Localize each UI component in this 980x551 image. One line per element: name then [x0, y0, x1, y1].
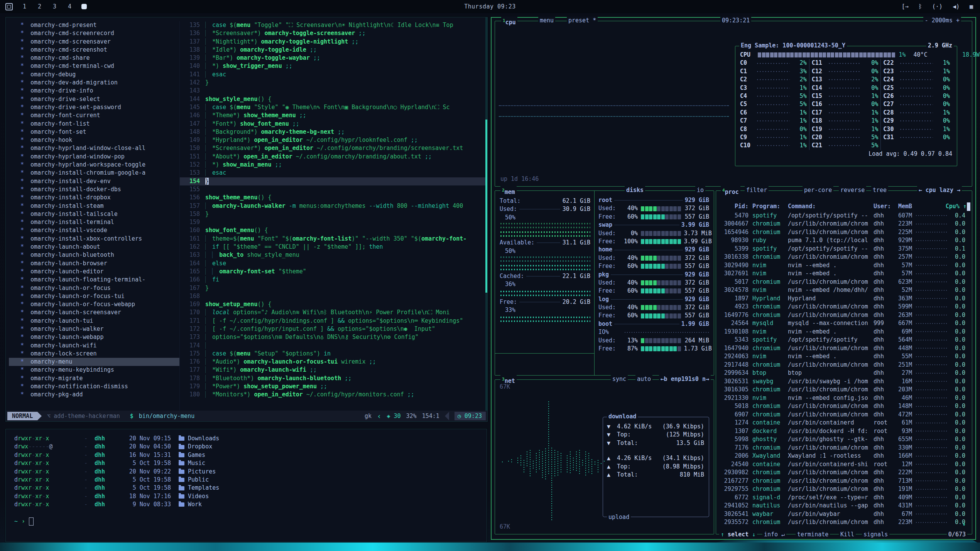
proc-row[interactable]: 2941052nautilus/usr/bin/nautilus --gapdh… — [720, 502, 966, 510]
tree-item[interactable]: *omarchy-install-xbox-controllers — [9, 235, 179, 243]
proc-row[interactable]: 3024578nvimnvim --embed /home/dhh/dhh52M… — [720, 286, 966, 295]
proc-row[interactable]: 1649776chromium/usr/lib/chromium/chromdh… — [720, 311, 966, 320]
proc-row[interactable]: 2935572chromium/usr/lib/chromium/chromdh… — [720, 518, 966, 527]
overview-icon[interactable] — [5, 3, 13, 10]
tree-item[interactable]: *omarchy-launch-editor — [9, 268, 179, 276]
proc-row[interactable]: 3026541waybar/usr/bin/waybardhh67M0.0 — [720, 510, 966, 519]
tree-item[interactable]: *omarchy-drive-select — [9, 95, 179, 103]
proc-scrollbar-thumb[interactable] — [967, 202, 970, 211]
proc-row[interactable]: 2167277chromium/usr/lib/chromium/chromdh… — [720, 477, 966, 485]
workspace-4[interactable]: 4 — [68, 3, 71, 10]
tree-item[interactable]: *omarchy-dev-add-migration — [9, 79, 179, 87]
proc-row[interactable]: 3004667chromium/usr/lib/chromium/chromdh… — [720, 220, 966, 228]
proc-row[interactable]: 2929755chromium/usr/lib/chromium/chromdh… — [720, 485, 966, 494]
tree-item[interactable]: *omarchy-notification-dismiss — [9, 382, 179, 391]
proc-row[interactable]: 98930rubypuma 7.1.0 (tcp://localdhh929M0… — [720, 236, 966, 245]
proc-row[interactable]: 2924063nvimnvim --embed .dhh55M0.0 — [720, 352, 966, 361]
tree-item[interactable]: *omarchy-cmd-present — [9, 21, 179, 29]
proc-row[interactable]: 24564mysqldmysqld --max-connection999667… — [720, 319, 966, 328]
tree-item[interactable]: *omarchy-cmd-screensaver — [9, 38, 179, 46]
tree-item[interactable]: *omarchy-install-dropbox — [9, 194, 179, 202]
proc-row[interactable]: 6772signal-d/proc/self/exe --type=rdhh40… — [720, 494, 966, 502]
proc-info-button[interactable]: info ↵ — [762, 531, 786, 539]
proc-row[interactable]: 3026531swaybg/usr/bin/swaybg -i /homdhh1… — [720, 377, 966, 386]
proc-sort-control[interactable]: ← cpu lazy → — [917, 186, 962, 194]
tree-item[interactable]: *omarchy-launch-floating-terminal- — [9, 276, 179, 284]
tree-item[interactable]: *omarchy-font-current — [9, 111, 179, 120]
tree-item[interactable]: *omarchy-launch-or-focus-tui — [9, 292, 179, 300]
proc-row[interactable]: 1897HyprlandHyprlanddhh363M0.0 — [720, 295, 966, 303]
cpu-preset-button[interactable]: preset * — [567, 17, 598, 25]
proc-row[interactable]: 1654946chromium/usr/lib/chromium/chromdh… — [720, 228, 966, 237]
tree-item[interactable]: *omarchy-menu — [9, 358, 179, 366]
cpu-tray-icon[interactable]: ▦ — [970, 3, 973, 10]
shell-prompt[interactable]: ~ › — [14, 517, 487, 526]
proc-row[interactable]: 4923chromium/usr/lib/chromium/chromdhh59… — [720, 303, 966, 311]
tree-item[interactable]: *omarchy-cmd-terminal-cwd — [9, 62, 179, 70]
tree-item[interactable]: *omarchy-launch-screensaver — [9, 308, 179, 317]
tree-item[interactable]: *omarchy-cmd-screenrecord — [9, 29, 179, 37]
cpu-menu-button[interactable]: menu — [538, 17, 555, 25]
proc-kill-button[interactable]: Kill — [839, 531, 856, 539]
proc-row[interactable]: 5998ghostty/usr/bin/ghostty --gtk-dhh655… — [720, 435, 966, 444]
tree-item[interactable]: *omarchy-drive-info — [9, 87, 179, 95]
tree-item[interactable]: *omarchy-install-steam — [9, 202, 179, 210]
tree-item[interactable]: *omarchy-launch-bluetooth — [9, 251, 179, 259]
proc-row[interactable]: 3027691nvimnvim --embed .dhh57M0.0 — [720, 270, 966, 278]
proc-tree-button[interactable]: tree — [871, 186, 888, 194]
cpu-interval-control[interactable]: - 2000ms + — [923, 17, 961, 25]
proc-row[interactable]: 3016305chromium/usr/lib/chromium/chromdh… — [720, 386, 966, 394]
process-list[interactable]: 5470spotify/opt/spotify/spotify --dhh607… — [716, 211, 972, 527]
tree-item[interactable]: *omarchy-hyprland-window-close-all — [9, 144, 179, 152]
workspace-1[interactable]: 1 — [23, 3, 26, 10]
proc-row[interactable]: 2999634btopbtopdhh27M0.0 — [720, 369, 966, 377]
proc-row[interactable]: 5018chromium/usr/lib/chromium/chromdhh14… — [720, 402, 966, 411]
proc-row[interactable]: 3016338chromium/usr/lib/chromium/chromdh… — [720, 253, 966, 261]
net-sync-button[interactable]: sync — [611, 375, 628, 383]
proc-row[interactable]: 1930108nvimnvim --embed .dhh69M0.0 — [720, 328, 966, 336]
proc-row[interactable]: 5343spotify/opt/spotify/spotifydhh564M0.… — [720, 336, 966, 344]
proc-row[interactable]: 24540containe/usr/bin/containerd-shiroot… — [720, 460, 966, 469]
btop-window[interactable]: 1cpu menu preset * 09:23:21 - 2000ms + u… — [491, 17, 976, 540]
editor-scrollbar[interactable] — [485, 17, 487, 411]
proc-row[interactable]: 2930982chromium/usr/lib/chromium/chromdh… — [720, 468, 966, 477]
tree-item[interactable]: *omarchy-launch-or-focus-webapp — [9, 300, 179, 308]
proc-signals-button[interactable]: signals — [862, 531, 889, 539]
proc-row[interactable]: 2917448chromium/usr/lib/chromium/chromdh… — [720, 361, 966, 369]
net-interface[interactable]: ←b enp191s0 n→ — [659, 375, 711, 383]
neovim-window[interactable]: *omarchy-cmd-present*omarchy-cmd-screenr… — [5, 17, 488, 422]
proc-row[interactable]: 6907chromium/usr/lib/chromium/chromdhh47… — [720, 411, 966, 419]
proc-row[interactable]: 7176chromium/usr/lib/chromium/chromdhh33… — [720, 444, 966, 452]
tree-item[interactable]: *omarchy-launch-wifi — [9, 342, 179, 350]
tree-item[interactable]: *omarchy-install-vscode — [9, 226, 179, 234]
tree-item[interactable]: *omarchy-install-dev-env — [9, 177, 179, 185]
tree-item[interactable]: *omarchy-drive-set-password — [9, 103, 179, 111]
proc-row[interactable]: 1647940chromium/usr/lib/chromium/chromdh… — [720, 344, 966, 353]
tree-item[interactable]: *omarchy-install-docker-dbs — [9, 185, 179, 194]
tree-item[interactable]: *omarchy-install-chromium-google-a — [9, 169, 179, 177]
proc-row[interactable]: 5017chromium/usr/lib/chromium/chromdhh62… — [720, 278, 966, 286]
proc-reverse-button[interactable]: reverse — [839, 186, 866, 194]
proc-terminate-button[interactable]: terminate — [796, 531, 830, 539]
proc-filter-button[interactable]: filter — [745, 186, 769, 194]
tree-item[interactable]: *omarchy-launch-about — [9, 243, 179, 251]
wifi-icon[interactable]: (·) — [932, 3, 943, 10]
logout-icon[interactable]: [→ — [902, 3, 909, 10]
workspace-3[interactable]: 3 — [53, 3, 56, 10]
tree-item[interactable]: *omarchy-cmd-share — [9, 54, 179, 62]
tree-item[interactable]: *omarchy-hook — [9, 136, 179, 144]
tree-item[interactable]: *omarchy-menu-keybindings — [9, 366, 179, 374]
tree-item[interactable]: *omarchy-hyprland-window-pop — [9, 153, 179, 161]
scroll-down-indicator[interactable]: ↓ — [962, 520, 966, 528]
tree-item[interactable]: *omarchy-cmd-screenshot — [9, 46, 179, 54]
tree-item[interactable]: *omarchy-migrate — [9, 374, 179, 382]
proc-row[interactable]: 2921330nvimnvim --embed config.jsodhh46M… — [720, 394, 966, 403]
proc-row[interactable]: 1307dockerd/usr/bin/dockerd -H fd:root93… — [720, 427, 966, 436]
active-workspace-indicator[interactable] — [81, 4, 87, 9]
proc-row[interactable]: 3029490nvimnvim --embed .dhh57M0.0 — [720, 261, 966, 270]
tree-item[interactable]: *omarchy-pkg-add — [9, 391, 179, 399]
tree-item[interactable]: *omarchy-launch-walker — [9, 325, 179, 333]
proc-select-hint[interactable]: ↑ select ↓ — [719, 531, 757, 539]
tree-item[interactable]: *omarchy-launch-tui — [9, 317, 179, 325]
bluetooth-icon[interactable]: ᛒ — [919, 3, 922, 10]
